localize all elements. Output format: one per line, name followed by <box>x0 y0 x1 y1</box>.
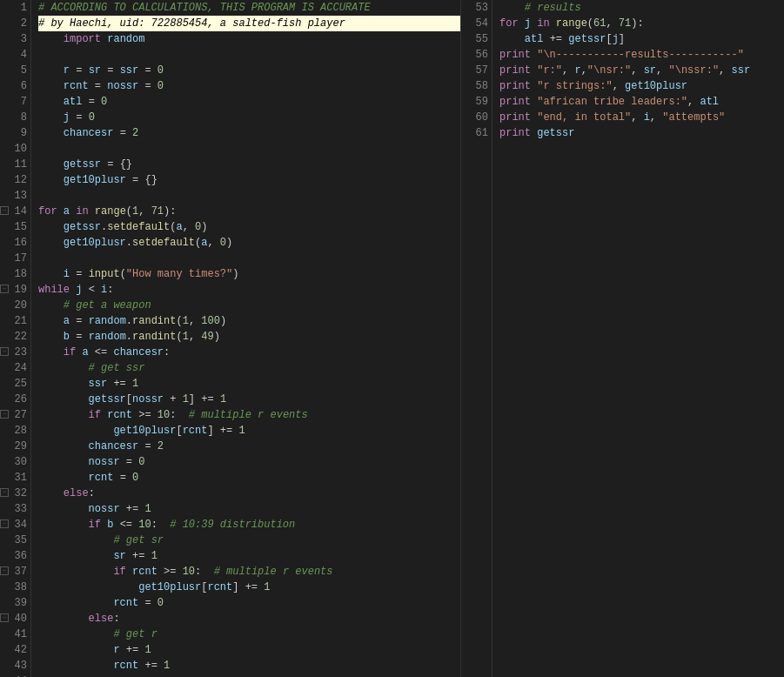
code-line-12: get10plusr = {} <box>38 172 460 188</box>
right-code-line-57: print "r:", r,"\nsr:", sr, "\nssr:", ssr <box>499 63 784 78</box>
right-pane: 535455565758596061 # resultsfor j in ran… <box>461 0 784 677</box>
right-code-line-55: atl += getssr[j] <box>499 31 784 47</box>
code-line-41: # get r <box>38 627 460 642</box>
right-code-line-56: print "\n-----------results-----------" <box>499 47 784 63</box>
line-number-38: 38 <box>0 580 30 595</box>
line-number-20: 20 <box>0 298 30 313</box>
fold-button-32[interactable]: − <box>0 488 9 497</box>
fold-button-27[interactable]: − <box>0 410 9 419</box>
line-number-30: 30 <box>0 454 30 470</box>
code-line-36: sr += 1 <box>38 548 460 564</box>
line-number-19: −19 <box>0 282 30 298</box>
line-number-44: 44 <box>0 674 30 677</box>
right-line-number-55: 55 <box>461 31 492 47</box>
code-line-39: rcnt = 0 <box>38 595 460 611</box>
line-number-17: 17 <box>0 251 30 266</box>
code-line-9: chancesr = 2 <box>38 125 460 141</box>
line-number-1: 1 <box>0 0 30 16</box>
line-number-35: 35 <box>0 533 30 548</box>
line-number-27: −27 <box>0 407 30 423</box>
right-line-number-58: 58 <box>461 78 492 94</box>
fold-button-19[interactable]: − <box>0 285 9 293</box>
line-number-36: 36 <box>0 548 30 564</box>
code-line-28: get10plusr[rcnt] += 1 <box>38 423 460 439</box>
line-number-23: −23 <box>0 345 30 360</box>
line-number-9: 9 <box>0 125 30 141</box>
code-line-20: # get a weapon <box>38 298 460 313</box>
code-line-5: r = sr = ssr = 0 <box>38 63 460 78</box>
line-number-14: −14 <box>0 204 30 219</box>
line-number-21: 21 <box>0 313 30 329</box>
line-number-6: 6 <box>0 78 30 94</box>
line-number-34: −34 <box>0 517 30 533</box>
code-line-8: j = 0 <box>38 110 460 125</box>
line-number-39: 39 <box>0 595 30 611</box>
fold-button-23[interactable]: − <box>0 347 9 356</box>
line-number-43: 43 <box>0 658 30 674</box>
line-number-13: 13 <box>0 188 30 204</box>
code-line-26: getssr[nossr + 1] += 1 <box>38 392 460 407</box>
code-line-3: import random <box>38 31 460 47</box>
code-line-1: # ACCORDING TO CALCULATIONS, THIS PROGRA… <box>38 0 460 16</box>
right-code-line-58: print "r strings:", get10plusr <box>499 78 784 94</box>
code-line-6: rcnt = nossr = 0 <box>38 78 460 94</box>
code-line-33: nossr += 1 <box>38 501 460 517</box>
code-line-38: get10plusr[rcnt] += 1 <box>38 580 460 595</box>
code-line-44 <box>38 674 460 677</box>
line-number-2: 2 <box>0 16 30 31</box>
code-line-37: if rcnt >= 10: # multiple r events <box>38 564 460 580</box>
code-line-27: if rcnt >= 10: # multiple r events <box>38 407 460 423</box>
right-code-line-60: print "end, in total", i, "attempts" <box>499 110 784 125</box>
code-line-18: i = input("How many times?") <box>38 266 460 282</box>
right-line-number-57: 57 <box>461 63 492 78</box>
right-code-line-54: for j in range(61, 71): <box>499 16 784 31</box>
right-line-number-60: 60 <box>461 110 492 125</box>
line-number-3: 3 <box>0 31 30 47</box>
line-number-4: 4 <box>0 47 30 63</box>
right-line-number-53: 53 <box>461 0 492 16</box>
code-line-40: else: <box>38 611 460 627</box>
code-line-21: a = random.randint(1, 100) <box>38 313 460 329</box>
code-line-32: else: <box>38 486 460 501</box>
line-number-10: 10 <box>0 141 30 157</box>
code-line-31: rcnt = 0 <box>38 470 460 486</box>
code-line-7: atl = 0 <box>38 94 460 110</box>
code-line-42: r += 1 <box>38 642 460 658</box>
code-line-25: ssr += 1 <box>38 376 460 392</box>
code-line-30: nossr = 0 <box>38 454 460 470</box>
code-line-2: # by Haechi, uid: 722885454, a salted-fi… <box>38 16 460 31</box>
line-number-42: 42 <box>0 642 30 658</box>
right-code-line-61: print getssr <box>499 125 784 141</box>
left-pane: 12345678910111213−1415161718−19202122−23… <box>0 0 461 677</box>
code-line-15: getssr.setdefault(a, 0) <box>38 219 460 235</box>
line-number-8: 8 <box>0 110 30 125</box>
right-code: # resultsfor j in range(61, 71): atl += … <box>493 0 784 677</box>
left-code: # ACCORDING TO CALCULATIONS, THIS PROGRA… <box>31 0 460 677</box>
line-number-12: 12 <box>0 172 30 188</box>
line-number-5: 5 <box>0 63 30 78</box>
code-line-4 <box>38 47 460 63</box>
right-code-line-53: # results <box>499 0 784 16</box>
code-line-11: getssr = {} <box>38 157 460 172</box>
code-line-10 <box>38 141 460 157</box>
line-number-24: 24 <box>0 360 30 376</box>
line-number-22: 22 <box>0 329 30 345</box>
line-number-26: 26 <box>0 392 30 407</box>
line-number-7: 7 <box>0 94 30 110</box>
fold-button-37[interactable]: − <box>0 566 9 575</box>
code-line-16: get10plusr.setdefault(a, 0) <box>38 235 460 251</box>
fold-button-14[interactable]: − <box>0 206 9 215</box>
fold-button-34[interactable]: − <box>0 519 9 528</box>
code-line-14: for a in range(1, 71): <box>38 204 460 219</box>
code-line-17 <box>38 251 460 266</box>
right-line-number-54: 54 <box>461 16 492 31</box>
right-line-number-56: 56 <box>461 47 492 63</box>
fold-button-40[interactable]: − <box>0 613 9 622</box>
line-number-16: 16 <box>0 235 30 251</box>
code-line-29: chancesr = 2 <box>38 439 460 454</box>
code-editor: 12345678910111213−1415161718−19202122−23… <box>0 0 784 677</box>
left-gutter: 12345678910111213−1415161718−19202122−23… <box>0 0 31 677</box>
code-line-43: rcnt += 1 <box>38 658 460 674</box>
line-number-37: −37 <box>0 564 30 580</box>
line-number-31: 31 <box>0 470 30 486</box>
